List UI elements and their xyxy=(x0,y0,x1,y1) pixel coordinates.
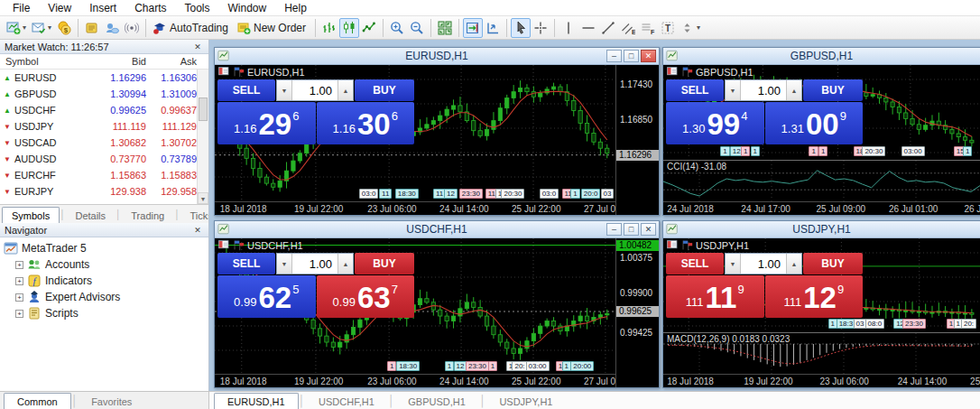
vertical-line-button[interactable] xyxy=(559,18,578,38)
chart-window-eurusd-h1[interactable]: EURUSD,H1–□✕EURUSD,H103:01118:30111223:3… xyxy=(214,47,660,216)
market-watch-row-audusd[interactable]: ▼AUDUSD0.737700.73789 xyxy=(0,151,208,167)
close-button[interactable]: ✕ xyxy=(641,50,656,62)
navigator-close-icon[interactable]: ✕ xyxy=(191,226,204,235)
navigator-tab-favorites[interactable]: Favorites xyxy=(78,393,145,409)
tree-root-metatrader5[interactable]: MetaTrader 5 xyxy=(4,240,208,256)
chart-body[interactable]: EURUSD,H103:01118:30111223:3011120:3003:… xyxy=(215,65,659,215)
news-event-badge[interactable]: 20: xyxy=(512,361,527,371)
news-event-badge[interactable]: 1 xyxy=(741,146,750,156)
history-center-button[interactable] xyxy=(82,18,102,38)
buy-price-box[interactable]: 0.99637 xyxy=(317,275,415,318)
news-event-badge[interactable]: 1 xyxy=(751,146,760,156)
new-order-button[interactable]: New Order xyxy=(234,18,311,38)
sell-button[interactable]: SELL xyxy=(217,79,275,101)
sell-price-box[interactable]: 0.99625 xyxy=(217,275,316,318)
buy-price-box[interactable]: 1.31009 xyxy=(765,102,864,144)
chart-window-usdjpy-h1[interactable]: USDJPY,H1USDJPY,H1118:30308:01223:301120… xyxy=(662,220,980,388)
new-chart-button[interactable]: ▾ xyxy=(4,18,29,38)
auto-scroll-button[interactable] xyxy=(483,18,503,38)
chevron-down-icon[interactable]: ▾ xyxy=(48,23,51,32)
navigator-tab-common[interactable]: Common xyxy=(4,393,71,409)
news-event-badge[interactable]: 18:3 xyxy=(837,319,856,329)
buy-price-box[interactable]: 111129 xyxy=(765,275,864,318)
candlestick-mode-button[interactable] xyxy=(339,18,359,38)
news-event-badge[interactable]: 1 xyxy=(445,361,454,371)
chart-tab-eurusd-h1[interactable]: EURUSD,H1 xyxy=(214,393,299,409)
chart-window-usdchf-h1[interactable]: USDCHF,H1–□✕USDCHF,H1118:3011223:301120:… xyxy=(214,220,660,388)
sell-button[interactable]: SELL xyxy=(666,79,724,101)
price-pane[interactable]: EURUSD,H103:01118:30111223:3011120:3003:… xyxy=(215,65,615,201)
cursor-button[interactable] xyxy=(511,18,531,38)
time-axis[interactable]: 18 Jul 201819 Jul 22:0023 Jul 06:0024 Ju… xyxy=(215,374,615,387)
sell-price-box[interactable]: 1.16296 xyxy=(217,102,316,144)
tab-symbols[interactable]: Symbols xyxy=(2,207,60,223)
volume-decrease-icon[interactable]: ▼ xyxy=(277,80,292,100)
volume-stepper[interactable]: ▼1.00▲ xyxy=(276,79,354,101)
menu-insert[interactable]: Insert xyxy=(80,1,125,15)
news-event-badge[interactable]: 1 xyxy=(809,146,818,156)
chart-window-titlebar[interactable]: EURUSD,H1–□✕ xyxy=(215,48,659,65)
expand-plus-icon[interactable]: + xyxy=(15,261,23,269)
chart-tab-gbpusd-h1[interactable]: GBPUSD,H1 xyxy=(394,393,479,409)
chart-window-titlebar[interactable]: GBPUSD,H1 xyxy=(663,48,980,65)
news-event-badge[interactable]: 23:30 xyxy=(459,189,483,199)
chart-window-gbpusd-h1[interactable]: GBPUSD,H1GBPUSD,H111211111820:3003:00151… xyxy=(662,47,980,216)
buy-button[interactable]: BUY xyxy=(355,79,414,101)
news-event-badge[interactable]: 03:0 xyxy=(359,189,379,199)
events-button[interactable] xyxy=(122,18,142,38)
column-symbol[interactable]: Symbol xyxy=(0,56,99,67)
scrollbar-thumb[interactable] xyxy=(199,98,208,121)
zoom-out-button[interactable] xyxy=(407,18,427,38)
news-event-badge[interactable]: 1 xyxy=(488,361,497,371)
volume-value[interactable]: 1.00 xyxy=(292,80,337,100)
menu-window[interactable]: Window xyxy=(219,1,276,15)
buy-button[interactable]: BUY xyxy=(803,253,863,274)
arrows-button[interactable]: ▾ xyxy=(678,18,703,38)
market-watch-scrollbar[interactable]: ▲▼ xyxy=(197,70,208,204)
tile-windows-button[interactable] xyxy=(435,18,455,38)
volume-decrease-icon[interactable]: ▼ xyxy=(277,254,292,274)
volume-decrease-icon[interactable]: ▼ xyxy=(726,80,741,100)
menu-charts[interactable]: Charts xyxy=(125,1,175,15)
price-pane[interactable]: USDCHF,H1118:3011223:301120:03:001120:00… xyxy=(215,238,615,374)
news-event-badge[interactable]: 03:00 xyxy=(526,361,550,371)
scroll-down-icon[interactable]: ▼ xyxy=(198,192,208,204)
news-event-badge[interactable]: 11 xyxy=(379,189,392,199)
market-watch-row-usdcad[interactable]: ▼USDCAD1.306821.30702 xyxy=(0,135,208,151)
sell-button[interactable]: SELL xyxy=(217,253,275,274)
news-event-badge[interactable]: 1 xyxy=(818,146,827,156)
line-chart-mode-button[interactable] xyxy=(359,18,379,38)
expand-plus-icon[interactable]: + xyxy=(15,310,23,318)
column-ask[interactable]: Ask xyxy=(146,56,197,67)
news-event-badge[interactable]: 20:00 xyxy=(570,361,594,371)
news-event-badge[interactable]: 23:30 xyxy=(466,361,489,371)
market-watch-row-eurchf[interactable]: ▼EURCHF1.158631.15883 xyxy=(0,167,208,183)
price-pane[interactable]: GBPUSD,H111211111820:3003:00151SELL▼1.00… xyxy=(663,65,980,159)
zoom-in-button[interactable] xyxy=(387,18,407,38)
chart-tab-usdjpy-h1[interactable]: USDJPY,H1 xyxy=(485,393,566,409)
crosshair-button[interactable] xyxy=(531,18,550,38)
tree-item-accounts[interactable]: +Accounts xyxy=(4,256,208,273)
market-watch-row-eurusd[interactable]: ▲EURUSD1.162961.16306 xyxy=(0,70,208,86)
tree-item-indicators[interactable]: +fIndicators xyxy=(4,273,208,289)
news-event-badge[interactable]: 1 xyxy=(720,146,729,156)
autotrading-button[interactable]: AutoTrading xyxy=(150,18,234,38)
minimize-button[interactable]: – xyxy=(606,50,622,62)
chevron-down-icon[interactable]: ▾ xyxy=(23,23,26,32)
chart-body[interactable]: USDCHF,H1118:3011223:301120:03:001120:00… xyxy=(215,238,659,387)
market-watch-row-usdjpy[interactable]: ▼USDJPY111.119111.129 xyxy=(0,118,208,135)
menu-tools[interactable]: Tools xyxy=(176,1,219,15)
sell-price-box[interactable]: 111119 xyxy=(666,275,764,318)
volume-value[interactable]: 1.00 xyxy=(741,80,786,100)
news-event-badge[interactable]: 1 xyxy=(963,146,972,156)
navigator-toggle-button[interactable] xyxy=(102,18,122,38)
price-axis[interactable]: 1.003750.999000.994251.004820.99625 xyxy=(615,238,659,387)
buy-price-box[interactable]: 1.16306 xyxy=(317,102,415,144)
time-axis[interactable]: 18 Jul 201819 Jul 22:0023 Jul 06:0024 Ju… xyxy=(663,374,980,387)
market-watch-row-eurjpy[interactable]: ▼EURJPY129.938129.958 xyxy=(0,183,208,200)
buy-button[interactable]: BUY xyxy=(803,79,863,101)
indicator-pane[interactable]: MACD(12,26,9) 0.0183 0.0323 xyxy=(663,332,980,374)
volume-increase-icon[interactable]: ▲ xyxy=(337,80,353,100)
tab-trading[interactable]: Trading xyxy=(121,207,174,223)
bar-chart-mode-button[interactable] xyxy=(319,18,339,38)
